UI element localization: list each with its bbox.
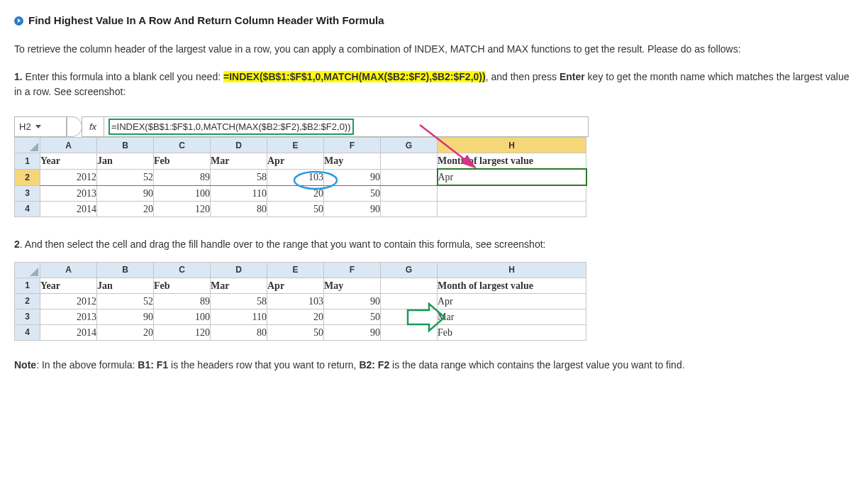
col-header-A[interactable]: A — [40, 138, 97, 153]
cell2-B2[interactable]: 52 — [97, 293, 154, 309]
cell-H3[interactable] — [438, 185, 586, 201]
col-header-H-2[interactable]: H — [438, 262, 586, 278]
cell-H4[interactable] — [438, 201, 586, 216]
cell2-C2[interactable]: 89 — [154, 293, 211, 309]
cell2-H3[interactable]: Mar — [438, 309, 586, 324]
cell-G4[interactable] — [381, 201, 438, 216]
cell2-G2[interactable] — [381, 293, 438, 309]
cell-G2[interactable] — [381, 169, 438, 185]
cell-F2[interactable]: 90 — [324, 169, 381, 185]
cell2-B3[interactable]: 90 — [97, 309, 154, 324]
cell2-A2[interactable]: 2012 — [40, 293, 97, 309]
cell2-F3[interactable]: 50 — [324, 309, 381, 324]
cell2-A4[interactable]: 2014 — [40, 324, 97, 340]
col-header-C[interactable]: C — [154, 138, 211, 153]
cell-A2[interactable]: 2012 — [40, 169, 97, 185]
cell-C4[interactable]: 120 — [154, 201, 211, 216]
select-all-corner-2[interactable] — [15, 262, 40, 278]
cell2-D3[interactable]: 110 — [211, 309, 267, 324]
cell2-B1[interactable]: Jan — [97, 278, 154, 293]
cell2-A3[interactable]: 2013 — [40, 309, 97, 324]
cell-E3[interactable]: 20 — [267, 185, 324, 201]
col-header-B[interactable]: B — [97, 138, 154, 153]
row-header-1[interactable]: 1 — [15, 153, 40, 170]
cell-G3[interactable] — [381, 185, 438, 201]
cell-B1[interactable]: Jan — [97, 153, 154, 170]
name-box[interactable]: H2 — [14, 116, 67, 138]
cell-B3[interactable]: 90 — [97, 185, 154, 201]
cell2-C3[interactable]: 100 — [154, 309, 211, 324]
cell2-H1[interactable]: Month of largest value — [438, 278, 586, 293]
cell2-H2[interactable]: Apr — [438, 293, 586, 309]
cell2-E2[interactable]: 103 — [267, 293, 324, 309]
cell2-F2[interactable]: 90 — [324, 293, 381, 309]
cell-C1[interactable]: Feb — [154, 153, 211, 170]
cell-D4[interactable]: 80 — [211, 201, 267, 216]
cell-A4[interactable]: 2014 — [40, 201, 97, 216]
name-box-value: H2 — [19, 120, 31, 134]
cell2-H4[interactable]: Feb — [438, 324, 586, 340]
col-header-E-2[interactable]: E — [267, 262, 324, 278]
cell2-D1[interactable]: Mar — [211, 278, 267, 293]
cell-C2[interactable]: 89 — [154, 169, 211, 185]
cell2-E1[interactable]: Apr — [267, 278, 324, 293]
row-header-3-2[interactable]: 3 — [15, 309, 40, 324]
arrow-circle-icon — [14, 16, 23, 26]
cell-F4[interactable]: 90 — [324, 201, 381, 216]
fx-button[interactable]: fx — [82, 116, 104, 138]
cell2-B4[interactable]: 20 — [97, 324, 154, 340]
cell2-F1[interactable]: May — [324, 278, 381, 293]
col-header-A-2[interactable]: A — [40, 262, 97, 278]
row-header-4[interactable]: 4 — [15, 201, 40, 216]
cell2-G4[interactable] — [381, 324, 438, 340]
spreadsheet-2: A B C D E F G H 1 Year Jan Feb Mar Apr M… — [14, 262, 586, 341]
cell-F1[interactable]: May — [324, 153, 381, 170]
cell-A3[interactable]: 2013 — [40, 185, 97, 201]
cell-D2[interactable]: 58 — [211, 169, 267, 185]
cell-A1[interactable]: Year — [40, 153, 97, 170]
row-header-2[interactable]: 2 — [15, 169, 40, 185]
cell2-G1[interactable] — [381, 278, 438, 293]
col-header-C-2[interactable]: C — [154, 262, 211, 278]
cell2-D2[interactable]: 58 — [211, 293, 267, 309]
cell-H1[interactable]: Month of largest value — [438, 153, 586, 170]
step-2-paragraph: 2. And then select the cell and drag the… — [14, 237, 854, 252]
cell-E4[interactable]: 50 — [267, 201, 324, 216]
cell-E2[interactable]: 103 — [267, 169, 324, 185]
cell-E1[interactable]: Apr — [267, 153, 324, 170]
cell2-C1[interactable]: Feb — [154, 278, 211, 293]
col-header-G[interactable]: G — [381, 138, 438, 153]
cell2-E4[interactable]: 50 — [267, 324, 324, 340]
cell2-A1[interactable]: Year — [40, 278, 97, 293]
col-header-G-2[interactable]: G — [381, 262, 438, 278]
cell2-E3[interactable]: 20 — [267, 309, 324, 324]
row-header-1-2[interactable]: 1 — [15, 278, 40, 293]
cell-B4[interactable]: 20 — [97, 201, 154, 216]
col-header-F-2[interactable]: F — [324, 262, 381, 278]
cell2-F4[interactable]: 90 — [324, 324, 381, 340]
cell-D3[interactable]: 110 — [211, 185, 267, 201]
cell-G1[interactable] — [381, 153, 438, 170]
cell-D1[interactable]: Mar — [211, 153, 267, 170]
note-text-c: is the data range which contains the lar… — [389, 359, 684, 371]
row-header-4-2[interactable]: 4 — [15, 324, 40, 340]
col-header-D[interactable]: D — [211, 138, 267, 153]
cell-C3[interactable]: 100 — [154, 185, 211, 201]
col-header-D-2[interactable]: D — [211, 262, 267, 278]
cell-B2[interactable]: 52 — [97, 169, 154, 185]
select-all-corner[interactable] — [15, 138, 40, 153]
row-header-3[interactable]: 3 — [15, 185, 40, 201]
col-header-F[interactable]: F — [324, 138, 381, 153]
formula-input[interactable]: =INDEX($B$1:$F$1,0,MATCH(MAX($B2:$F2),$B… — [104, 116, 589, 138]
cell2-D4[interactable]: 80 — [211, 324, 267, 340]
row-header-2-2[interactable]: 2 — [15, 293, 40, 309]
col-header-E[interactable]: E — [267, 138, 324, 153]
step-1-paragraph: 1. Enter this formula into a blank cell … — [14, 70, 854, 99]
col-header-H[interactable]: H — [438, 138, 586, 153]
cell-F3[interactable]: 50 — [324, 185, 381, 201]
cell-H2[interactable]: Apr — [438, 169, 586, 185]
name-box-dropdown-icon[interactable] — [35, 125, 41, 128]
cell2-G3[interactable] — [381, 309, 438, 324]
cell2-C4[interactable]: 120 — [154, 324, 211, 340]
col-header-B-2[interactable]: B — [97, 262, 154, 278]
